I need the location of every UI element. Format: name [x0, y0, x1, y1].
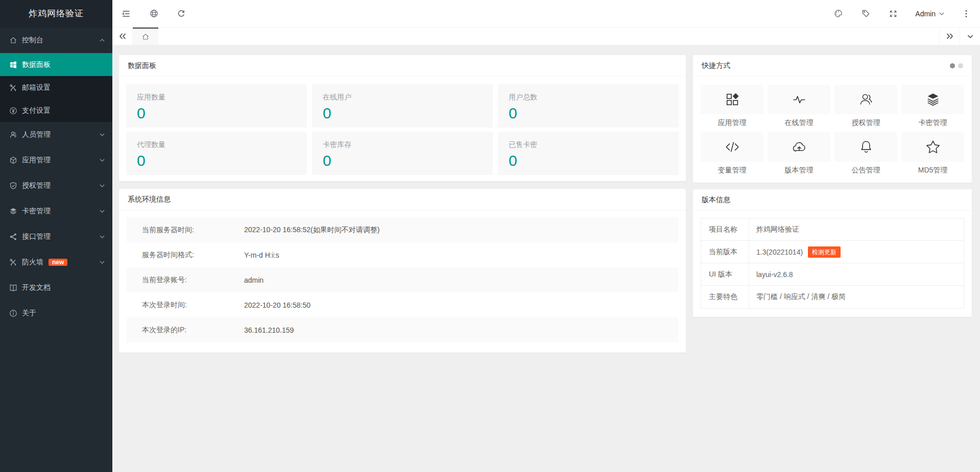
sidebar: 炸鸡网络验证 控制台 数据面板 邮箱设置 支付设置 [0, 0, 112, 472]
theme-button[interactable] [824, 0, 852, 27]
row-value: admin [244, 276, 264, 284]
tag-button[interactable] [852, 0, 879, 27]
stat-value: 0 [323, 152, 493, 169]
sidebar-item-payment-settings[interactable]: 支付设置 [0, 99, 112, 122]
version-table: 项目名称 炸鸡网络验证 当前版本 1.3(20221014) 检测更新 UI 版… [701, 218, 964, 309]
chevron-down-icon [100, 210, 105, 213]
user-menu[interactable]: Admin [907, 0, 952, 27]
sidebar-item-label: 防火墙new [22, 258, 100, 267]
fullscreen-button[interactable] [879, 0, 907, 27]
panel-title: 版本信息 [693, 189, 972, 211]
shortcuts-grid: 应用管理 在线管理 授权管理 [693, 77, 972, 183]
sidebar-item-interfaces[interactable]: 接口管理 [0, 224, 112, 250]
double-chevron-right-icon [946, 33, 953, 39]
stat-label: 用户总数 [509, 93, 679, 102]
stat-value: 0 [137, 152, 307, 169]
code-icon [701, 132, 763, 162]
carousel-dots [950, 63, 963, 68]
sidebar-item-label: 应用管理 [22, 156, 100, 165]
version-row-ui-version: UI 版本 layui-v2.6.8 [701, 263, 964, 286]
data-panel: 数据面板 应用数量 0 在线用户 0 用户总数 0 代理数量 0 [119, 55, 686, 181]
more-menu-button[interactable] [952, 0, 980, 27]
shortcut-authorization-management[interactable]: 授权管理 [834, 85, 897, 129]
row-value: layui-v2.6.8 [749, 263, 793, 285]
stat-card-apps: 应用数量 0 [126, 84, 307, 128]
chevron-down-icon [967, 35, 973, 38]
sidebar-item-about[interactable]: 关于 [0, 301, 112, 326]
stat-label: 代理数量 [137, 140, 307, 150]
row-value: Y-m-d H:i:s [244, 251, 279, 259]
tab-home[interactable] [133, 28, 158, 45]
globe-button[interactable] [140, 0, 168, 27]
shortcut-announcement-management[interactable]: 公告管理 [834, 132, 897, 177]
sidebar-item-label: 人员管理 [22, 130, 100, 139]
shortcut-card-key-management[interactable]: 卡密管理 [901, 85, 964, 129]
shortcut-app-management[interactable]: 应用管理 [701, 85, 763, 129]
system-row-login-ip: 本次登录的IP: 36.161.210.159 [127, 317, 678, 342]
shortcut-label: 卡密管理 [901, 116, 964, 129]
scroll-tabs-left-button[interactable] [112, 28, 133, 45]
side-column: 快捷方式 应用管理 在线管理 [693, 55, 972, 317]
row-label: 当前登录账号: [142, 276, 244, 285]
row-label: 本次登录的IP: [142, 326, 244, 335]
sidebar-item-console[interactable]: 控制台 [0, 28, 112, 53]
chevron-down-icon [100, 235, 105, 238]
shortcut-label: 公告管理 [834, 163, 897, 177]
info-icon [9, 309, 17, 317]
sidebar-item-label: 控制台 [22, 36, 100, 45]
row-label: 项目名称 [701, 218, 749, 240]
shortcut-online-management[interactable]: 在线管理 [768, 85, 830, 129]
console-submenu: 数据面板 邮箱设置 支付设置 [0, 53, 112, 122]
system-row-time-format: 服务器时间格式: Y-m-d H:i:s [127, 242, 678, 267]
globe-icon [150, 9, 158, 18]
shortcuts-panel: 快捷方式 应用管理 在线管理 [693, 55, 972, 183]
shortcut-label: 变量管理 [701, 163, 763, 177]
chevron-down-icon [100, 184, 105, 187]
row-value: 2022-10-20 16:58:50 [244, 301, 310, 309]
panel-title: 数据面板 [119, 55, 686, 77]
stat-card-agents: 代理数量 0 [126, 132, 307, 175]
shortcut-variable-management[interactable]: 变量管理 [701, 132, 763, 177]
refresh-button[interactable] [168, 0, 195, 27]
layers-icon [9, 207, 17, 215]
chevron-down-icon [100, 133, 105, 136]
main-column: 数据面板 应用数量 0 在线用户 0 用户总数 0 代理数量 0 [119, 55, 686, 353]
chevron-down-icon [939, 12, 944, 15]
panel-title-row: 快捷方式 [693, 55, 972, 77]
cloud-upload-icon [768, 132, 830, 162]
carousel-dot-active[interactable] [950, 63, 955, 68]
top-header: Admin [112, 0, 980, 28]
sidebar-item-data-panel[interactable]: 数据面板 [0, 53, 112, 76]
sidebar-item-personnel[interactable]: 人员管理 [0, 122, 112, 147]
main-content: 数据面板 应用数量 0 在线用户 0 用户总数 0 代理数量 0 [112, 45, 980, 472]
sidebar-item-dev-docs[interactable]: 开发文档 [0, 275, 112, 301]
sidebar-item-authorization[interactable]: 授权管理 [0, 173, 112, 198]
stat-card-total-users: 用户总数 0 [498, 84, 679, 128]
row-value: 2022-10-20 16:58:52(如果时间不对请调整) [244, 226, 379, 235]
carousel-dot[interactable] [958, 63, 963, 68]
tab-options-button[interactable] [960, 28, 980, 45]
tools-icon [9, 258, 17, 266]
version-info-panel: 版本信息 项目名称 炸鸡网络验证 当前版本 1.3(20221014) 检测更新… [693, 189, 972, 317]
sidebar-item-firewall[interactable]: 防火墙new [0, 250, 112, 275]
stat-value: 0 [509, 105, 679, 122]
sidebar-item-email-settings[interactable]: 邮箱设置 [0, 76, 112, 99]
shortcut-version-management[interactable]: 版本管理 [768, 132, 830, 177]
share-icon [9, 233, 17, 241]
sidebar-item-label: 邮箱设置 [22, 83, 112, 92]
sidebar-item-applications[interactable]: 应用管理 [0, 147, 112, 173]
scroll-tabs-right-button[interactable] [939, 28, 960, 45]
stat-label: 卡密库存 [323, 140, 493, 150]
shortcut-label: 版本管理 [768, 163, 830, 177]
users-icon [834, 85, 897, 114]
sidebar-item-label: 开发文档 [22, 283, 112, 292]
system-row-login-time: 本次登录时间: 2022-10-20 16:58:50 [127, 292, 678, 317]
collapse-sidebar-button[interactable] [112, 0, 140, 27]
shortcut-label: 应用管理 [701, 116, 763, 129]
row-value: 36.161.210.159 [244, 326, 294, 334]
row-label: 主要特色 [701, 286, 749, 308]
sidebar-item-label: 支付设置 [22, 106, 112, 115]
sidebar-item-card-keys[interactable]: 卡密管理 [0, 198, 112, 224]
shortcut-md5-management[interactable]: MD5管理 [901, 132, 964, 177]
check-update-button[interactable]: 检测更新 [808, 246, 841, 258]
